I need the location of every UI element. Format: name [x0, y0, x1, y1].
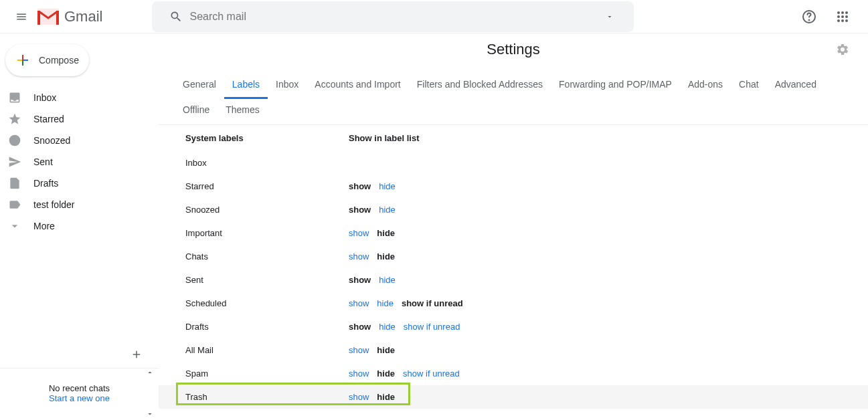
- option-show[interactable]: show: [349, 228, 369, 238]
- svg-point-9: [841, 15, 844, 18]
- main-menu-button[interactable]: [5, 1, 37, 33]
- tab-filters-and-blocked-addresses[interactable]: Filters and Blocked Addresses: [409, 74, 551, 99]
- search-options-button[interactable]: [596, 13, 623, 21]
- settings-content[interactable]: System labels Show in label list InboxSt…: [159, 125, 868, 418]
- search-input[interactable]: [189, 11, 596, 23]
- option-show[interactable]: show: [349, 251, 369, 262]
- label-name: Drafts: [185, 322, 349, 332]
- option-show[interactable]: show: [349, 275, 371, 285]
- sidebar-item-test-folder[interactable]: test folder: [0, 194, 159, 215]
- gear-icon[interactable]: [836, 43, 849, 56]
- label-name: Starred: [185, 181, 349, 191]
- tab-add-ons[interactable]: Add-ons: [680, 74, 731, 99]
- svg-rect-15: [23, 60, 28, 61]
- option-show[interactable]: show: [349, 205, 371, 215]
- label-name: Inbox: [185, 158, 349, 168]
- tab-forwarding-and-pop-imap[interactable]: Forwarding and POP/IMAP: [551, 74, 680, 99]
- option-hide[interactable]: hide: [377, 228, 395, 238]
- sidebar-item-sent[interactable]: Sent: [0, 151, 159, 173]
- col-show-in-list: Show in label list: [349, 133, 419, 143]
- option-show[interactable]: show: [349, 298, 369, 308]
- label-row-starred: Starredshowhide: [159, 175, 868, 198]
- search-bar[interactable]: [152, 1, 634, 32]
- option-hide[interactable]: hide: [377, 298, 394, 308]
- tab-general[interactable]: General: [175, 74, 224, 99]
- tag-icon: [8, 198, 21, 211]
- option-show-if-unread[interactable]: show if unread: [404, 322, 460, 332]
- sidebar-item-inbox[interactable]: Inbox: [0, 87, 159, 108]
- label-options: showhide: [349, 275, 396, 285]
- svg-rect-1: [37, 11, 40, 25]
- column-headers: System labels Show in label list: [159, 125, 868, 151]
- svg-rect-17: [17, 60, 22, 61]
- send-icon: [8, 155, 21, 169]
- col-system-labels: System labels: [185, 133, 349, 143]
- plus-icon[interactable]: [131, 348, 143, 360]
- sidebar-item-more[interactable]: More: [0, 215, 159, 237]
- svg-rect-14: [22, 55, 23, 60]
- label-row-all-mail: All Mailshowhide: [159, 338, 868, 362]
- tab-labels[interactable]: Labels: [224, 74, 268, 99]
- label-options: showhide: [349, 392, 395, 402]
- label-options: showhide: [349, 181, 396, 191]
- label-row-inbox: Inbox: [159, 151, 868, 175]
- clock-icon: [8, 134, 21, 147]
- apps-button[interactable]: [829, 3, 856, 30]
- start-chat-link[interactable]: Start a new one: [49, 393, 110, 403]
- option-show[interactable]: show: [349, 369, 369, 379]
- svg-rect-16: [22, 61, 23, 66]
- file-icon: [8, 177, 21, 190]
- option-hide[interactable]: hide: [377, 369, 395, 379]
- sidebar-item-snoozed[interactable]: Snoozed: [0, 130, 159, 151]
- sidebar-item-label: Snoozed: [33, 135, 70, 146]
- option-show-if-unread[interactable]: show if unread: [402, 298, 463, 308]
- gmail-logo-icon: [37, 9, 59, 25]
- settings-tabs: GeneralLabelsInboxAccounts and ImportFil…: [159, 66, 868, 125]
- chevron-up-icon[interactable]: [146, 369, 154, 377]
- nav-list: InboxStarredSnoozedSentDraftstest folder…: [0, 87, 159, 237]
- sidebar-item-drafts[interactable]: Drafts: [0, 173, 159, 194]
- tab-offline[interactable]: Offline: [175, 99, 218, 124]
- header-right: [796, 3, 863, 30]
- label-row-sent: Sentshowhide: [159, 268, 868, 292]
- option-show-if-unread[interactable]: show if unread: [403, 369, 460, 379]
- label-name: Trash: [185, 392, 349, 402]
- tab-themes[interactable]: Themes: [218, 99, 268, 124]
- option-show[interactable]: show: [349, 392, 369, 402]
- option-hide[interactable]: hide: [379, 205, 396, 215]
- label-name: Spam: [185, 369, 349, 379]
- option-show[interactable]: show: [349, 345, 369, 355]
- tab-accounts-and-import[interactable]: Accounts and Import: [307, 74, 408, 99]
- tab-advanced[interactable]: Advanced: [767, 74, 824, 99]
- svg-point-11: [837, 19, 840, 22]
- apps-grid-icon: [837, 11, 849, 23]
- option-hide[interactable]: hide: [377, 251, 395, 262]
- label-name: Sent: [185, 275, 349, 285]
- caret-down-icon: [606, 13, 614, 21]
- option-hide[interactable]: hide: [377, 345, 395, 355]
- chevron-down-icon[interactable]: [146, 410, 154, 418]
- option-hide[interactable]: hide: [379, 275, 396, 285]
- new-label-row: [0, 341, 159, 368]
- support-button[interactable]: [796, 3, 822, 30]
- sidebar-item-starred[interactable]: Starred: [0, 108, 159, 130]
- tab-inbox[interactable]: Inbox: [268, 74, 307, 99]
- option-show[interactable]: show: [349, 181, 371, 191]
- label-name: Important: [185, 228, 349, 238]
- compose-button[interactable]: Compose: [5, 44, 89, 76]
- sidebar-item-label: test folder: [33, 199, 74, 210]
- label-row-scheduled: Scheduledshowhideshow if unread: [159, 292, 868, 315]
- option-hide[interactable]: hide: [377, 392, 395, 402]
- search-icon-wrapper[interactable]: [163, 10, 189, 23]
- option-hide[interactable]: hide: [379, 181, 396, 191]
- option-hide[interactable]: hide: [379, 322, 396, 332]
- inbox-icon: [8, 91, 21, 104]
- svg-point-4: [809, 19, 810, 20]
- label-options: showhide: [349, 251, 395, 262]
- svg-point-8: [837, 15, 840, 18]
- label-row-chats: Chatsshowhide: [159, 245, 868, 268]
- chat-scroll: [145, 369, 155, 418]
- option-show[interactable]: show: [349, 322, 371, 332]
- chevron-icon: [8, 219, 21, 233]
- tab-chat[interactable]: Chat: [731, 74, 767, 99]
